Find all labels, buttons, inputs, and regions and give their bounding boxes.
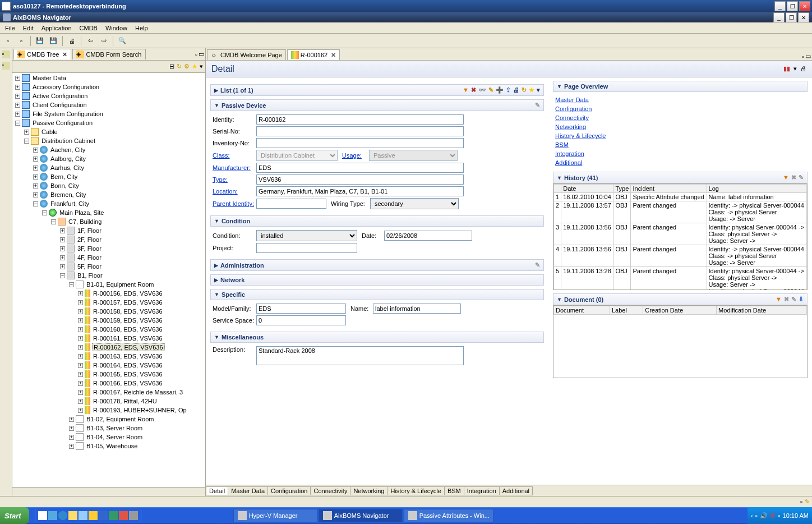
type-field[interactable]: [256, 174, 464, 185]
service-space-field[interactable]: [256, 315, 346, 325]
tab-cmdb-form-search[interactable]: ◈ CMDB Form Search: [72, 49, 145, 59]
project-field[interactable]: [256, 243, 357, 253]
tree-toggle-icon[interactable]: +: [78, 327, 83, 332]
tree-item[interactable]: + B1-03, Server Room: [13, 424, 205, 433]
tree-toggle-icon[interactable]: +: [33, 174, 38, 180]
condition-select[interactable]: installed: [256, 230, 357, 241]
tree-item[interactable]: + R-000159, EDS, VSV636: [13, 316, 205, 325]
tree-item[interactable]: + File System Configuration: [13, 109, 205, 118]
tool-x-icon[interactable]: ✖: [791, 174, 796, 181]
tray-expand-icon[interactable]: ‹: [751, 512, 753, 519]
tree-toggle-icon[interactable]: +: [78, 336, 83, 341]
print-detail-icon[interactable]: 🖨: [800, 65, 806, 72]
document-column-header[interactable]: Modification Date: [717, 306, 807, 315]
tree-toggle-icon[interactable]: +: [60, 246, 65, 251]
tree-item[interactable]: + 4F, Floor: [13, 253, 205, 262]
tree-item[interactable]: + R-000157, EDS, VSV636: [13, 298, 205, 307]
history-column-header[interactable]: Incident: [631, 185, 707, 193]
tree-toggle-icon[interactable]: +: [78, 309, 83, 314]
section-specific[interactable]: ▼ Specific: [210, 289, 544, 300]
tree-toggle-icon[interactable]: +: [78, 345, 83, 350]
binoculars-icon[interactable]: 👓: [478, 86, 486, 94]
tree-item[interactable]: − B1, Floor: [13, 271, 205, 280]
page-overview-link[interactable]: Additional: [555, 158, 805, 167]
export-icon[interactable]: ⇪: [506, 86, 511, 94]
import-icon[interactable]: ⇩: [799, 296, 804, 303]
label-usage[interactable]: Usage:: [342, 152, 369, 159]
tb-save-icon[interactable]: 💾: [34, 35, 46, 47]
serial-field[interactable]: [256, 126, 464, 136]
tb-open-icon[interactable]: ▫: [15, 35, 27, 47]
section-network[interactable]: ▶ Network: [210, 274, 544, 286]
page-overview-link[interactable]: BSM: [555, 140, 805, 149]
tree-item[interactable]: + 1F, Floor: [13, 226, 205, 235]
tree-toggle-icon[interactable]: +: [33, 192, 38, 197]
label-parent-identity[interactable]: Parent Identity:: [213, 200, 256, 207]
menu-cmdb[interactable]: CMDB: [76, 24, 101, 33]
history-scroll[interactable]: DateTypeIncidentLog 1 18.02.2010 10:04 O…: [553, 183, 808, 290]
tree-toggle-icon[interactable]: +: [78, 408, 83, 413]
collapse-all-icon[interactable]: ⊟: [169, 63, 174, 70]
history-row[interactable]: 5 19.11.2008 13:28 OBJ Parent changed Id…: [554, 267, 807, 291]
ql-word-icon[interactable]: [99, 511, 108, 520]
pencil-icon[interactable]: ✎: [799, 174, 804, 181]
tree-item[interactable]: + Master Data: [13, 73, 205, 82]
app-minimize-button[interactable]: _: [773, 12, 785, 22]
history-column-header[interactable]: [554, 185, 561, 193]
dd-icon[interactable]: ▾: [537, 86, 540, 94]
tree-toggle-icon[interactable]: +: [33, 148, 38, 153]
section-administration[interactable]: ▶ Administration ✎: [210, 259, 544, 271]
tree-item[interactable]: + 2F, Floor: [13, 235, 205, 244]
chart-icon[interactable]: ▮▮: [783, 65, 790, 72]
section-passive-device[interactable]: ▼ Passive Device ✎: [210, 99, 544, 111]
tree-item[interactable]: + Aarhus, City: [13, 163, 205, 172]
tree-toggle-icon[interactable]: +: [60, 264, 65, 269]
tray-shield-icon[interactable]: ⛨: [770, 512, 776, 519]
tree-item[interactable]: + Bremen, City: [13, 190, 205, 199]
tree-toggle-icon[interactable]: +: [33, 166, 38, 171]
tree-item[interactable]: + R-000160, EDS, VSV636: [13, 325, 205, 334]
tree-item[interactable]: + B1-05, Warehouse: [13, 442, 205, 451]
tree-toggle-icon[interactable]: +: [69, 417, 74, 422]
tree-item[interactable]: + R-000166, EDS, VSV636: [13, 379, 205, 388]
manufacturer-field[interactable]: [256, 163, 464, 173]
tree-toggle-icon[interactable]: −: [15, 121, 20, 126]
rdp-close-button[interactable]: ✕: [799, 1, 810, 11]
tree-item[interactable]: + Cable: [13, 127, 205, 136]
menu-application[interactable]: Application: [38, 24, 76, 33]
tree-item[interactable]: − Frankfurt, City: [13, 199, 205, 208]
location-field[interactable]: [256, 186, 464, 196]
filter-icon[interactable]: ▼: [783, 174, 789, 181]
tree-item[interactable]: + Aachen, City: [13, 145, 205, 154]
print-list-icon[interactable]: 🖨: [513, 86, 519, 94]
menu-edit[interactable]: Edit: [19, 24, 38, 33]
taskbar-item[interactable]: AixBOMS Navigator: [319, 509, 403, 522]
tree-toggle-icon[interactable]: −: [24, 139, 29, 144]
bottom-tab[interactable]: Networking: [350, 486, 387, 495]
tree-toggle-icon[interactable]: −: [51, 219, 56, 224]
bottom-tab[interactable]: BSM: [444, 486, 464, 495]
rdp-maximize-button[interactable]: ❐: [787, 1, 798, 11]
page-overview-link[interactable]: History & Lifecycle: [555, 131, 805, 140]
tree-toggle-icon[interactable]: +: [78, 300, 83, 305]
model-family-field[interactable]: [256, 304, 346, 314]
tree-item[interactable]: + R-000193, HUBER+SUHNER, Op: [13, 406, 205, 415]
ql-notes-icon[interactable]: [129, 511, 138, 520]
section-document[interactable]: ▼ Document (0) ▼ ✖ ✎ ⇩: [553, 293, 808, 305]
taskbar-item[interactable]: Passive Attributes - Win...: [404, 509, 493, 522]
tree-toggle-icon[interactable]: +: [78, 372, 83, 377]
gutter-icon-2[interactable]: ▫: [2, 62, 10, 70]
tree-toggle-icon[interactable]: +: [60, 255, 65, 260]
ql-desktop-icon[interactable]: [38, 511, 47, 520]
menu-file[interactable]: File: [1, 24, 19, 33]
rdp-minimize-button[interactable]: _: [774, 1, 786, 11]
tree-toggle-icon[interactable]: +: [78, 318, 83, 323]
refresh-icon[interactable]: ↻: [177, 63, 182, 70]
document-column-header[interactable]: Label: [610, 306, 643, 315]
history-row[interactable]: 3 19.11.2008 13:56 OBJ Parent changed Id…: [554, 223, 807, 245]
start-button[interactable]: Start: [0, 507, 29, 524]
section-history[interactable]: ▼ History (41) ▼ ✖ ✎: [553, 172, 808, 183]
tree-item[interactable]: + Aalborg, City: [13, 154, 205, 163]
page-overview-link[interactable]: Integration: [555, 149, 805, 158]
tab-welcome-page[interactable]: ☼ CMDB Welcome Page: [207, 49, 286, 60]
